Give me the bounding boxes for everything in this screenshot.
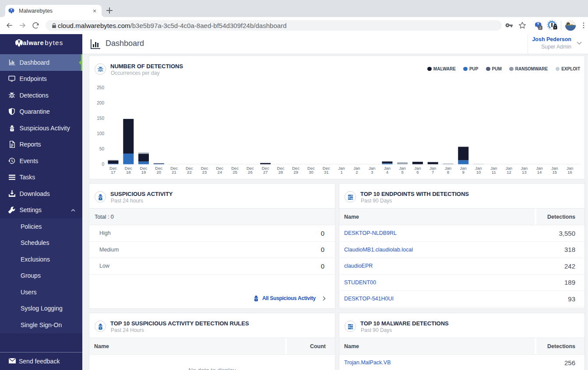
svg-text:30: 30 (309, 170, 313, 175)
svg-text:bytes: bytes (45, 39, 63, 46)
svg-text:8: 8 (447, 170, 449, 175)
svg-text:3: 3 (371, 170, 373, 175)
svg-text:100: 100 (97, 131, 104, 136)
svg-text:15: 15 (553, 170, 557, 175)
svg-text:4: 4 (386, 170, 388, 175)
svg-text:18: 18 (126, 170, 131, 175)
svg-text:150: 150 (97, 116, 104, 121)
svg-text:11: 11 (492, 170, 496, 175)
svg-text:25: 25 (232, 170, 237, 175)
svg-text:17: 17 (111, 170, 116, 175)
svg-text:12: 12 (507, 170, 511, 175)
svg-text:28: 28 (278, 170, 283, 175)
svg-text:2: 2 (356, 170, 358, 175)
svg-text:6: 6 (416, 170, 419, 175)
svg-text:250: 250 (97, 85, 104, 90)
svg-text:0: 0 (102, 162, 104, 167)
svg-text:26: 26 (248, 170, 253, 175)
svg-text:13: 13 (522, 170, 527, 175)
svg-text:14: 14 (537, 170, 542, 175)
svg-text:21: 21 (172, 170, 176, 175)
svg-text:24: 24 (218, 170, 222, 175)
svg-text:5: 5 (401, 170, 403, 175)
svg-text:1: 1 (340, 170, 342, 175)
svg-text:22: 22 (187, 170, 192, 175)
svg-text:16: 16 (567, 170, 572, 175)
svg-text:27: 27 (263, 170, 268, 175)
svg-text:2: 2 (539, 26, 542, 30)
svg-text:7: 7 (432, 170, 434, 175)
svg-text:29: 29 (293, 170, 298, 175)
svg-text:20: 20 (157, 170, 162, 175)
svg-text:23: 23 (202, 170, 207, 175)
svg-text:31: 31 (324, 170, 329, 175)
svg-text:19: 19 (141, 170, 146, 175)
svg-text:50: 50 (99, 147, 105, 151)
svg-text:9: 9 (462, 170, 465, 175)
svg-text:alware: alware (23, 39, 44, 46)
svg-text:200: 200 (97, 101, 104, 105)
svg-text:10: 10 (476, 170, 481, 175)
